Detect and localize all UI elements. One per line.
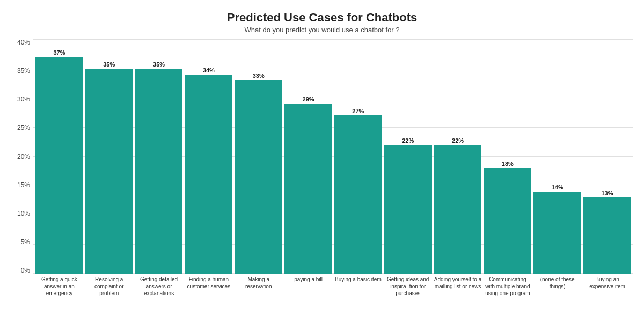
bar	[334, 115, 382, 274]
bar	[185, 75, 232, 274]
bar-col: 13%	[583, 39, 631, 274]
x-label-text: Buying an expensive item	[583, 276, 631, 290]
chart-subtitle: What do you predict you would use a chat…	[11, 26, 633, 34]
bar	[85, 69, 133, 274]
x-label-col: Adding yourself to a mailling list or ne…	[434, 274, 482, 317]
bar	[284, 104, 332, 274]
bar-col: 35%	[135, 39, 183, 274]
bar	[583, 197, 631, 274]
chart-title: Predicted Use Cases for Chatbots	[11, 11, 633, 25]
bars-and-labels: 37%35%35%34%33%29%27%22%22%18%14%13% Get…	[33, 39, 633, 317]
bar-col: 33%	[235, 39, 282, 274]
bar	[434, 145, 482, 274]
x-label-col: paying a bill	[284, 274, 332, 317]
x-label-col: Getting ideas and inspira- tion for purc…	[384, 274, 432, 317]
x-label-col: Getting a quick answer in an emergency	[35, 274, 83, 317]
bar	[484, 168, 531, 274]
bar-value-label: 33%	[253, 72, 265, 79]
y-axis-label: 10%	[17, 210, 30, 217]
bar	[35, 57, 83, 274]
bars-wrapper: 37%35%35%34%33%29%27%22%22%18%14%13%	[33, 39, 633, 274]
bar-value-label: 22%	[402, 137, 414, 144]
x-label-text: Getting ideas and inspira- tion for purc…	[384, 276, 432, 297]
bar-value-label: 35%	[153, 61, 165, 68]
x-label-text: Communicating with multiple brand using …	[484, 276, 531, 297]
bar-value-label: 18%	[502, 160, 514, 167]
bar-col: 18%	[484, 39, 531, 274]
bar	[235, 80, 282, 274]
x-label-text: Buying a basic item	[335, 276, 382, 283]
bar-col: 14%	[533, 39, 581, 274]
bar-value-label: 13%	[602, 190, 613, 196]
x-label-text: Getting detailed answers or explanations	[135, 276, 183, 297]
bars-row: 37%35%35%34%33%29%27%22%22%18%14%13%	[33, 39, 633, 274]
x-label-col: Getting detailed answers or explanations	[135, 274, 183, 317]
bar-value-label: 29%	[303, 96, 314, 103]
bar-col: 37%	[35, 39, 83, 274]
y-axis-label: 5%	[21, 239, 30, 245]
bar	[135, 69, 183, 274]
bar-value-label: 34%	[203, 67, 215, 74]
x-label-col: Resolving a complaint or problem	[85, 274, 133, 317]
x-label-text: Getting a quick answer in an emergency	[35, 276, 83, 297]
y-axis-label: 30%	[17, 96, 30, 103]
x-label-col: Communicating with multiple brand using …	[484, 274, 531, 317]
y-axis-label: 35%	[17, 68, 30, 74]
bar-col: 27%	[334, 39, 382, 274]
bar-value-label: 14%	[552, 184, 564, 191]
bar-col: 29%	[284, 39, 332, 274]
bar-value-label: 22%	[452, 137, 464, 144]
bar-value-label: 35%	[103, 61, 115, 68]
bar-col: 34%	[185, 39, 232, 274]
y-axis-label: 20%	[17, 153, 30, 160]
chart-area: 40%35%30%25%20%15%10%5%0% 37%35%35%34%33…	[11, 39, 633, 317]
y-axis-label: 0%	[21, 267, 30, 274]
y-axis-label: 25%	[17, 125, 30, 131]
x-label-text: (none of these things)	[533, 276, 581, 290]
bar	[384, 145, 432, 274]
bar-col: 22%	[434, 39, 482, 274]
bar-value-label: 37%	[53, 49, 65, 56]
bar-value-label: 27%	[352, 108, 364, 114]
bar-col: 22%	[384, 39, 432, 274]
x-labels: Getting a quick answer in an emergencyRe…	[33, 274, 633, 317]
y-axis: 40%35%30%25%20%15%10%5%0%	[11, 39, 33, 317]
x-label-text: Finding a human customer services	[185, 276, 232, 290]
x-label-text: Resolving a complaint or problem	[85, 276, 133, 297]
x-label-col: Buying an expensive item	[583, 274, 631, 317]
chart-container: Predicted Use Cases for Chatbots What do…	[0, 0, 644, 322]
y-axis-label: 15%	[17, 182, 30, 188]
x-label-col: Making a reservation	[235, 274, 282, 317]
bar	[533, 192, 581, 274]
x-label-text: Adding yourself to a mailling list or ne…	[434, 276, 482, 290]
bar-col: 35%	[85, 39, 133, 274]
x-label-col: (none of these things)	[533, 274, 581, 317]
y-axis-label: 40%	[17, 39, 30, 46]
x-label-text: paying a bill	[294, 276, 323, 283]
x-label-col: Buying a basic item	[334, 274, 382, 317]
x-label-text: Making a reservation	[235, 276, 282, 290]
x-label-col: Finding a human customer services	[185, 274, 232, 317]
